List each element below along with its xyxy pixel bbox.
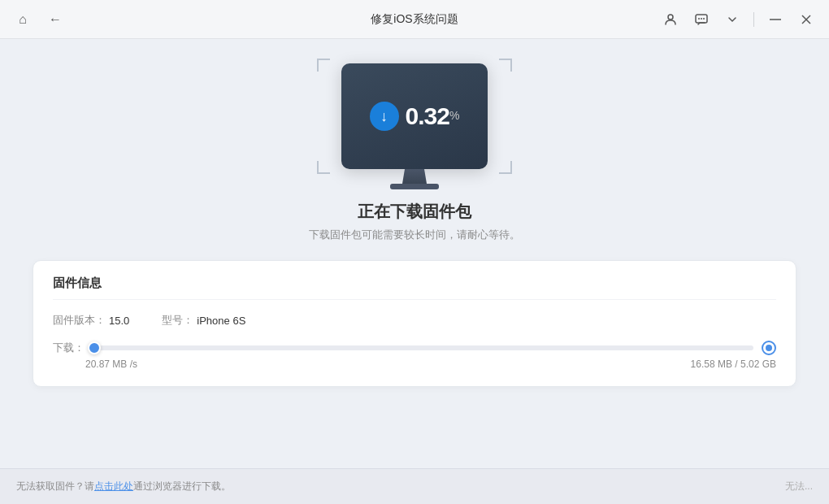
home-icon[interactable]: ⌂ [11,8,34,31]
download-progress-row: 下载： [53,341,776,355]
close-button[interactable] [795,8,818,31]
download-size: 16.58 MB / 5.02 GB [691,358,776,370]
corner-bl [317,161,330,174]
corner-br [499,161,512,174]
progress-end-indicator [762,341,776,355]
back-icon[interactable]: ← [44,8,67,31]
percent-display: 0.32% [406,102,460,130]
window-title: 修复iOS系统问题 [371,12,458,27]
title-bar-right [659,8,818,31]
footer-right-text: 无法... [785,480,813,493]
monitor-stand [390,184,439,189]
footer-bar: 无法获取固件？请点击此处通过浏览器进行下载。 无法... [0,468,829,504]
progress-fill [93,345,95,350]
percent-value: 0.32 [406,102,449,129]
download-icon-circle: ↓ [370,102,399,131]
monitor-content: ↓ 0.32% [370,102,460,131]
browser-download-link[interactable]: 点击此处 [94,480,133,492]
svg-point-2 [698,18,700,20]
download-label: 下载： [53,341,85,355]
progress-end-inner [766,345,772,351]
svg-point-3 [701,18,702,20]
progress-stats-row: 20.87 MB /s 16.58 MB / 5.02 GB [53,358,776,370]
progress-thumb [88,341,101,354]
progress-track [93,345,753,350]
chevron-down-icon[interactable] [721,8,744,31]
title-bar: ⌂ ← 修复iOS系统问题 [0,0,829,39]
corner-tl [317,59,330,72]
footer-text-before: 无法获取固件？请 [16,480,94,492]
footer-text-after: 通过浏览器进行下载。 [133,480,231,492]
firmware-model-row: 固件版本： 15.0 型号： iPhone 6S [53,313,776,328]
monitor-wrapper: ↓ 0.32% [341,63,488,169]
status-subtitle: 下载固件包可能需要较长时间，请耐心等待。 [309,228,520,242]
main-content: ↓ 0.32% 正在下载固件包 下载固件包可能需要较长时间，请耐心等待。 固件信… [0,39,829,504]
firmware-label: 固件版本： [53,313,106,328]
monitor-display: ↓ 0.32% [341,63,488,169]
monitor-area: ↓ 0.32% [341,63,488,189]
chat-icon[interactable] [690,8,713,31]
svg-point-4 [703,18,705,20]
model-field: 型号： iPhone 6S [162,313,245,328]
firmware-value: 15.0 [109,315,129,327]
minimize-button[interactable] [764,8,787,31]
percent-unit: % [449,109,459,122]
footer-message: 无法获取固件？请点击此处通过浏览器进行下载。 [16,480,231,493]
download-speed: 20.87 MB /s [85,358,137,370]
user-icon[interactable] [659,8,682,31]
status-title: 正在下载固件包 [358,201,471,223]
model-value: iPhone 6S [197,315,245,327]
firmware-version-field: 固件版本： 15.0 [53,313,129,328]
corner-tr [499,59,512,72]
title-bar-left: ⌂ ← [11,8,67,31]
title-bar-divider [753,12,754,27]
firmware-info-card: 固件信息 固件版本： 15.0 型号： iPhone 6S 下载： [33,260,796,387]
svg-point-0 [668,15,673,20]
model-label: 型号： [162,313,193,328]
download-arrow-icon: ↓ [380,109,388,124]
info-card-title: 固件信息 [53,276,776,300]
